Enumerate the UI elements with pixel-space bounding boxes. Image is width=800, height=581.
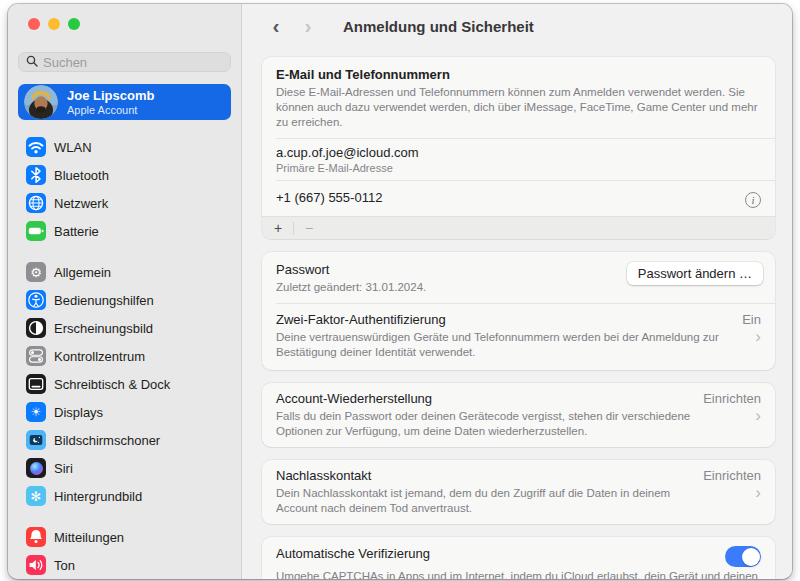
two-factor-description: Deine vertrauenswürdigen Geräte und Tele…	[276, 330, 726, 360]
sidebar-item-ton[interactable]: Ton	[18, 551, 231, 579]
battery-icon	[26, 221, 46, 241]
account-recovery-row[interactable]: Account-Wiederherstellung Falls du dein …	[262, 383, 775, 447]
info-icon[interactable]: i	[745, 192, 761, 208]
list-toolbar: + −	[262, 216, 775, 239]
verification-toggle[interactable]	[725, 546, 761, 567]
speaker-icon	[26, 555, 46, 575]
back-button[interactable]: ‹	[267, 14, 285, 38]
two-factor-title: Zwei-Faktor-Authentifizierung	[276, 312, 726, 327]
chevron-right-icon	[755, 330, 761, 344]
verification-description: Umgehe CAPTCHAs in Apps und im Internet,…	[276, 570, 758, 579]
sidebar-item-siri[interactable]: Siri	[18, 454, 231, 482]
sidebar-item-label: Erscheinungsbild	[54, 321, 153, 336]
accessibility-icon	[26, 290, 46, 310]
add-button[interactable]: +	[271, 221, 285, 235]
legacy-status: Einrichten	[703, 468, 761, 483]
sidebar: Joe Lipscomb Apple Account WLAN Bluetoot…	[8, 4, 242, 579]
email-phone-card: E-Mail und Telefonnummern Diese E-Mail-A…	[262, 57, 775, 239]
sidebar-item-mitteilungen[interactable]: Mitteilungen	[18, 523, 231, 551]
two-factor-row[interactable]: Zwei-Faktor-Authentifizierung Deine vert…	[262, 304, 775, 370]
sidebar-item-kontrollzentrum[interactable]: Kontrollzentrum	[18, 342, 231, 370]
sidebar-item-label: Mitteilungen	[54, 530, 124, 545]
verification-title: Automatische Verifizierung	[276, 546, 430, 561]
search-icon	[26, 53, 38, 71]
appearance-icon	[26, 318, 46, 338]
sidebar-item-label: Schreibtisch & Dock	[54, 377, 170, 392]
forward-button[interactable]: ›	[299, 14, 317, 38]
bluetooth-icon	[26, 165, 46, 185]
profile-name: Joe Lipscomb	[67, 88, 154, 104]
chevron-right-icon	[755, 486, 761, 500]
sidebar-item-allgemein[interactable]: ⚙ Allgemein	[18, 258, 231, 286]
email-subtitle: Primäre E-Mail-Adresse	[276, 161, 761, 175]
password-subtitle: Zuletzt geändert: 31.01.2024.	[276, 280, 426, 295]
close-button[interactable]	[28, 18, 40, 30]
screensaver-icon	[26, 430, 46, 450]
sidebar-group-connectivity: WLAN Bluetooth Netzwerk Batterie	[18, 133, 231, 245]
main-content: ‹ › Anmeldung und Sicherheit E-Mail und …	[242, 4, 792, 579]
sidebar-item-netzwerk[interactable]: Netzwerk	[18, 189, 231, 217]
sidebar-item-displays[interactable]: ☀ Displays	[18, 398, 231, 426]
sidebar-item-bedienungshilfen[interactable]: Bedienungshilfen	[18, 286, 231, 314]
wallpaper-icon: ✻	[26, 486, 46, 506]
window-controls	[28, 18, 231, 30]
system-settings-window: Joe Lipscomb Apple Account WLAN Bluetoot…	[8, 4, 792, 579]
sidebar-item-label: Siri	[54, 461, 73, 476]
globe-icon	[26, 193, 46, 213]
sidebar-group-general: ⚙ Allgemein Bedienungshilfen Erscheinung…	[18, 258, 231, 510]
email-value: a.cup.of.joe@icloud.com	[276, 145, 761, 160]
sidebar-item-bildschirmschoner[interactable]: Bildschirmschoner	[18, 426, 231, 454]
recovery-title: Account-Wiederherstellung	[276, 391, 693, 406]
sidebar-item-label: WLAN	[54, 140, 92, 155]
two-factor-status: Ein	[742, 312, 761, 327]
wifi-icon	[26, 137, 46, 157]
minimize-button[interactable]	[48, 18, 60, 30]
sidebar-item-label: Allgemein	[54, 265, 111, 280]
phone-value: +1 (667) 555-0112	[276, 190, 382, 205]
sidebar-item-label: Hintergrundbild	[54, 489, 142, 504]
sidebar-item-batterie[interactable]: Batterie	[18, 217, 231, 245]
sidebar-item-wlan[interactable]: WLAN	[18, 133, 231, 161]
sidebar-item-label: Netzwerk	[54, 196, 108, 211]
email-row[interactable]: a.cup.of.joe@icloud.com Primäre E-Mail-A…	[262, 139, 775, 180]
bell-icon	[26, 527, 46, 547]
gear-icon: ⚙	[26, 262, 46, 282]
legacy-title: Nachlasskontakt	[276, 468, 693, 483]
password-title: Passwort	[276, 262, 426, 277]
siri-icon	[26, 458, 46, 478]
avatar	[24, 85, 58, 119]
toolbar-separator	[293, 222, 294, 235]
search-field[interactable]	[18, 52, 231, 72]
zoom-button[interactable]	[68, 18, 80, 30]
chevron-right-icon	[755, 409, 761, 423]
profile-subtitle: Apple Account	[67, 104, 154, 117]
content-header: ‹ › Anmeldung und Sicherheit	[242, 4, 792, 48]
desktop-dock-icon	[26, 374, 46, 394]
sun-icon: ☀	[26, 402, 46, 422]
auto-verification-card: Automatische Verifizierung Umgehe CAPTCH…	[262, 537, 775, 579]
sidebar-item-label: Displays	[54, 405, 103, 420]
sidebar-item-schreibtisch-dock[interactable]: Schreibtisch & Dock	[18, 370, 231, 398]
sidebar-item-label: Bluetooth	[54, 168, 109, 183]
sidebar-item-bluetooth[interactable]: Bluetooth	[18, 161, 231, 189]
sidebar-item-erscheinungsbild[interactable]: Erscheinungsbild	[18, 314, 231, 342]
search-input[interactable]	[43, 55, 223, 70]
recovery-description: Falls du dein Passwort oder deinen Gerät…	[276, 409, 693, 439]
card-description: Diese E-Mail-Adressen und Telefonnummern…	[276, 85, 761, 130]
sidebar-item-label: Batterie	[54, 224, 99, 239]
sidebar-item-label: Kontrollzentrum	[54, 349, 145, 364]
phone-row[interactable]: +1 (667) 555-0112 i	[262, 181, 775, 216]
change-password-button[interactable]: Passwort ändern …	[627, 262, 763, 285]
sidebar-item-hintergrundbild[interactable]: ✻ Hintergrundbild	[18, 482, 231, 510]
recovery-status: Einrichten	[703, 391, 761, 406]
password-card: Passwort Zuletzt geändert: 31.01.2024. P…	[262, 252, 775, 370]
legacy-contact-row[interactable]: Nachlasskontakt Dein Nachlasskontakt ist…	[262, 460, 775, 524]
card-title: E-Mail und Telefonnummern	[276, 67, 761, 82]
sidebar-item-label: Bildschirmschoner	[54, 433, 160, 448]
legacy-description: Dein Nachlasskontakt ist jemand, dem du …	[276, 486, 693, 516]
remove-button[interactable]: −	[302, 221, 316, 235]
sidebar-item-apple-account[interactable]: Joe Lipscomb Apple Account	[18, 84, 231, 120]
sidebar-item-label: Ton	[54, 558, 75, 573]
sidebar-group-notifications: Mitteilungen Ton	[18, 523, 231, 579]
control-center-icon	[26, 346, 46, 366]
